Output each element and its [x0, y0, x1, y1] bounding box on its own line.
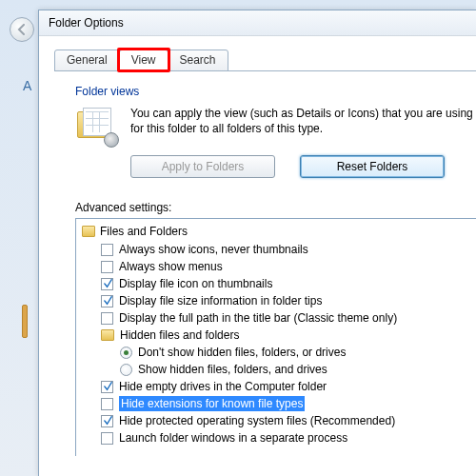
tree-item[interactable]: Always show icons, never thumbnails	[101, 241, 472, 258]
checkbox[interactable]	[101, 381, 113, 393]
tree-item-hide-extensions[interactable]: Hide extensions for known file types	[101, 395, 472, 412]
tree-root-label: Files and Folders	[100, 225, 188, 238]
tree-item-label: Hide extensions for known file types	[119, 396, 305, 411]
arrow-left-icon	[16, 24, 28, 35]
tree-item-hidden-folder[interactable]: Hidden files and folders	[101, 327, 472, 344]
checkbox[interactable]	[101, 312, 113, 325]
checkbox[interactable]	[101, 261, 113, 273]
tree-item-label: Show hidden files, folders, and drives	[138, 362, 327, 377]
advanced-settings-label: Advanced settings:	[75, 201, 476, 214]
tree-item[interactable]: Hide empty drives in the Computer folder	[101, 378, 472, 395]
apply-to-folders-button: Apply to Folders	[130, 155, 275, 178]
tree-item-label: Launch folder windows in a separate proc…	[119, 430, 347, 446]
tab-general[interactable]: General	[54, 50, 120, 71]
view-tab-panel: Folder views You can apply the view (suc…	[54, 70, 476, 456]
checkbox[interactable]	[101, 244, 113, 256]
tree-item-label: Hide protected operating system files (R…	[119, 413, 395, 428]
reset-folders-button[interactable]: Reset Folders	[300, 155, 445, 178]
tree-item-label: Display file icon on thumbnails	[119, 276, 272, 291]
background-bar	[22, 305, 28, 338]
folder-icon	[82, 226, 95, 237]
folder-options-dialog: Folder Options General View Search Folde…	[38, 10, 476, 476]
tree-item-label: Always show icons, never thumbnails	[119, 242, 308, 257]
radio[interactable]	[120, 347, 132, 359]
tree-item-label: Hide empty drives in the Computer folder	[119, 379, 327, 394]
tree-item-label: Always show menus	[119, 259, 223, 274]
tree-root-files-folders[interactable]: Files and Folders	[82, 225, 472, 238]
back-button[interactable]	[10, 17, 34, 42]
advanced-settings-tree[interactable]: Files and Folders Always show icons, nev…	[75, 218, 476, 456]
tree-item[interactable]: Launch folder windows in a separate proc…	[101, 429, 472, 446]
tree-item[interactable]: Display file size information in folder …	[101, 292, 472, 309]
folder-icon	[101, 329, 114, 341]
tree-item-label: Don't show hidden files, folders, or dri…	[138, 345, 346, 360]
tree-item[interactable]: Display the full path in the title bar (…	[101, 309, 472, 327]
radio[interactable]	[120, 364, 132, 376]
tab-view[interactable]: View	[119, 50, 169, 71]
tree-item-label: Display the full path in the title bar (…	[119, 310, 397, 326]
tree-item[interactable]: Always show menus	[101, 258, 472, 275]
folder-views-description: You can apply the view (such as Details …	[130, 104, 476, 136]
checkbox[interactable]	[101, 415, 113, 427]
checkbox[interactable]	[101, 295, 113, 307]
dialog-title: Folder Options	[39, 10, 476, 36]
tab-search[interactable]: Search	[168, 50, 228, 71]
checkbox[interactable]	[101, 278, 113, 290]
checkbox[interactable]	[101, 398, 113, 410]
tab-view-label: View	[131, 53, 156, 67]
tree-item[interactable]: Show hidden files, folders, and drives	[120, 361, 472, 378]
tree-item[interactable]: Hide protected operating system files (R…	[101, 412, 472, 429]
checkbox[interactable]	[101, 432, 113, 445]
tab-strip: General View Search	[54, 50, 476, 71]
tree-item[interactable]: Don't show hidden files, folders, or dri…	[120, 344, 472, 361]
folder-views-heading: Folder views	[75, 85, 476, 98]
tree-item-label: Display file size information in folder …	[119, 293, 322, 308]
background-letter: A	[23, 78, 31, 93]
gear-icon	[104, 132, 119, 148]
tree-item[interactable]: Display file icon on thumbnails	[101, 275, 472, 292]
tree-item-label: Hidden files and folders	[120, 327, 239, 343]
folder-views-icon	[75, 108, 117, 146]
